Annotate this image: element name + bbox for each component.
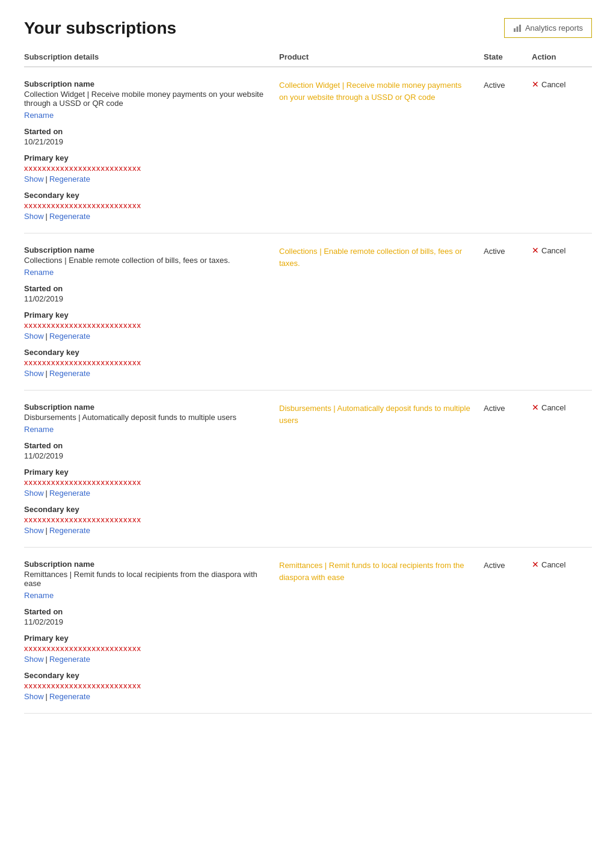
subscription-name-label: Subscription name: [24, 79, 267, 88]
action-col: ✕ Cancel: [532, 560, 592, 701]
subscription-details-col: Subscription name Disbursements | Automa…: [24, 403, 279, 535]
primary-key-label: Primary key: [24, 153, 267, 162]
subscription-name-value: Collection Widget | Receive mobile money…: [24, 90, 267, 108]
regenerate-primary-key-link[interactable]: Regenerate: [49, 655, 90, 664]
product-link[interactable]: Collections | Enable remote collection o…: [279, 247, 462, 268]
regenerate-secondary-key-link[interactable]: Regenerate: [49, 526, 90, 535]
show-secondary-key-link[interactable]: Show: [24, 526, 44, 535]
secondary-key-actions: Show|Regenerate: [24, 212, 267, 221]
regenerate-primary-key-link[interactable]: Regenerate: [49, 332, 90, 341]
state-col: Active: [484, 560, 532, 701]
started-on-label: Started on: [24, 607, 267, 616]
primary-key-actions: Show|Regenerate: [24, 332, 267, 341]
started-on-value: 11/02/2019: [24, 451, 267, 460]
primary-key-masked: xxxxxxxxxxxxxxxxxxxxxxxxxx: [24, 164, 267, 173]
regenerate-primary-key-link[interactable]: Regenerate: [49, 174, 90, 184]
secondary-key-masked: xxxxxxxxxxxxxxxxxxxxxxxxxx: [24, 358, 267, 367]
show-primary-key-link[interactable]: Show: [24, 655, 44, 664]
subscription-details-col: Subscription name Collections | Enable r…: [24, 245, 279, 378]
regenerate-secondary-key-link[interactable]: Regenerate: [49, 212, 90, 221]
subscription-name-value: Collections | Enable remote collection o…: [24, 256, 267, 265]
analytics-reports-button[interactable]: Analytics reports: [504, 18, 592, 38]
product-col: Disbursements | Automatically deposit fu…: [279, 403, 484, 535]
regenerate-primary-key-link[interactable]: Regenerate: [49, 489, 90, 498]
regenerate-secondary-key-link[interactable]: Regenerate: [49, 369, 90, 378]
svg-rect-2: [519, 25, 521, 32]
col-header-state: State: [484, 52, 532, 61]
secondary-key-masked: xxxxxxxxxxxxxxxxxxxxxxxxxx: [24, 515, 267, 524]
subscription-details-col: Subscription name Collection Widget | Re…: [24, 79, 279, 221]
primary-key-actions: Show|Regenerate: [24, 489, 267, 498]
subscriptions-list: Subscription name Collection Widget | Re…: [24, 67, 592, 714]
started-on-value: 11/02/2019: [24, 294, 267, 303]
product-col: Remittances | Remit funds to local recip…: [279, 560, 484, 701]
bar-chart-icon: [513, 24, 522, 32]
primary-key-label: Primary key: [24, 310, 267, 320]
cancel-label: Cancel: [541, 246, 565, 255]
subscription-row: Subscription name Collections | Enable r…: [24, 233, 592, 391]
secondary-key-label: Secondary key: [24, 191, 267, 200]
rename-link[interactable]: Rename: [24, 425, 54, 434]
state-col: Active: [484, 403, 532, 535]
primary-key-masked: xxxxxxxxxxxxxxxxxxxxxxxxxx: [24, 644, 267, 653]
show-primary-key-link[interactable]: Show: [24, 489, 44, 498]
show-secondary-key-link[interactable]: Show: [24, 212, 44, 221]
subscription-name-label: Subscription name: [24, 560, 267, 569]
product-col: Collection Widget | Receive mobile money…: [279, 79, 484, 221]
cancel-button[interactable]: ✕ Cancel: [532, 560, 565, 569]
col-header-action: Action: [532, 52, 592, 61]
show-primary-key-link[interactable]: Show: [24, 174, 44, 184]
rename-link[interactable]: Rename: [24, 111, 54, 120]
started-on-label: Started on: [24, 441, 267, 450]
primary-key-masked: xxxxxxxxxxxxxxxxxxxxxxxxxx: [24, 478, 267, 487]
product-link[interactable]: Collection Widget | Receive mobile money…: [279, 81, 461, 102]
page-header: Your subscriptions Analytics reports: [24, 18, 592, 38]
rename-link[interactable]: Rename: [24, 268, 54, 277]
primary-key-masked: xxxxxxxxxxxxxxxxxxxxxxxxxx: [24, 321, 267, 330]
subscription-name-label: Subscription name: [24, 245, 267, 255]
secondary-key-actions: Show|Regenerate: [24, 692, 267, 701]
subscription-details-col: Subscription name Remittances | Remit fu…: [24, 560, 279, 701]
svg-rect-0: [514, 28, 516, 32]
show-primary-key-link[interactable]: Show: [24, 332, 44, 341]
cancel-button[interactable]: ✕ Cancel: [532, 79, 565, 89]
product-link[interactable]: Disbursements | Automatically deposit fu…: [279, 404, 470, 425]
started-on-label: Started on: [24, 284, 267, 293]
cancel-x-icon: ✕: [532, 560, 539, 569]
primary-key-label: Primary key: [24, 468, 267, 477]
cancel-button[interactable]: ✕ Cancel: [532, 403, 565, 412]
action-col: ✕ Cancel: [532, 79, 592, 221]
product-col: Collections | Enable remote collection o…: [279, 245, 484, 378]
regenerate-secondary-key-link[interactable]: Regenerate: [49, 692, 90, 701]
cancel-button[interactable]: ✕ Cancel: [532, 245, 565, 255]
secondary-key-actions: Show|Regenerate: [24, 526, 267, 535]
rename-link[interactable]: Rename: [24, 591, 54, 600]
primary-key-actions: Show|Regenerate: [24, 655, 267, 664]
subscription-name-label: Subscription name: [24, 403, 267, 412]
cancel-x-icon: ✕: [532, 403, 539, 412]
started-on-value: 11/02/2019: [24, 617, 267, 626]
show-secondary-key-link[interactable]: Show: [24, 692, 44, 701]
cancel-x-icon: ✕: [532, 245, 539, 255]
cancel-label: Cancel: [541, 403, 565, 412]
svg-rect-1: [516, 26, 518, 32]
subscription-row: Subscription name Disbursements | Automa…: [24, 391, 592, 548]
product-link[interactable]: Remittances | Remit funds to local recip…: [279, 561, 464, 582]
primary-key-actions: Show|Regenerate: [24, 174, 267, 184]
page-title: Your subscriptions: [24, 19, 176, 38]
show-secondary-key-link[interactable]: Show: [24, 369, 44, 378]
col-header-product: Product: [279, 52, 484, 61]
secondary-key-label: Secondary key: [24, 505, 267, 514]
table-header: Subscription details Product State Actio…: [24, 52, 592, 67]
subscription-name-value: Disbursements | Automatically deposit fu…: [24, 413, 267, 422]
secondary-key-label: Secondary key: [24, 671, 267, 680]
secondary-key-actions: Show|Regenerate: [24, 369, 267, 378]
started-on-value: 10/21/2019: [24, 137, 267, 146]
subscription-row: Subscription name Collection Widget | Re…: [24, 67, 592, 233]
cancel-x-icon: ✕: [532, 79, 539, 89]
state-col: Active: [484, 245, 532, 378]
started-on-label: Started on: [24, 127, 267, 136]
cancel-label: Cancel: [541, 560, 565, 569]
col-header-details: Subscription details: [24, 52, 279, 61]
action-col: ✕ Cancel: [532, 245, 592, 378]
